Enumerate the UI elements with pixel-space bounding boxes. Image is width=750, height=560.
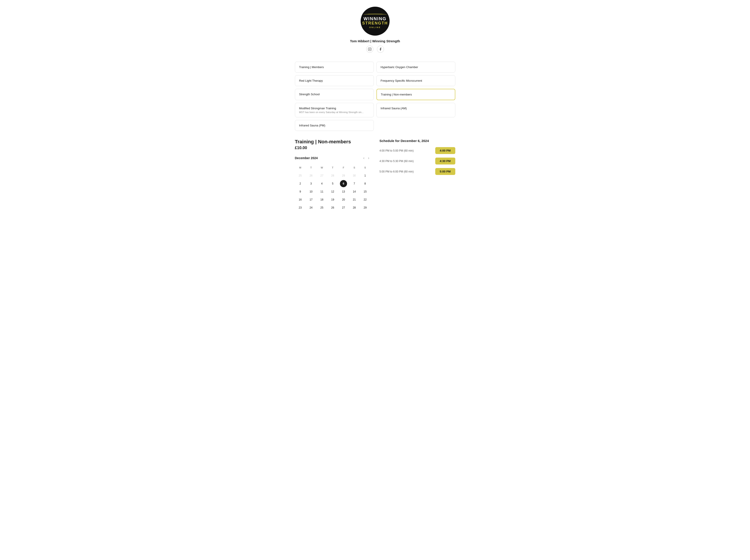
service-card-title: Modified Strongman Training: [299, 107, 370, 110]
calendar-day-cell[interactable]: 14: [351, 188, 358, 195]
schedule-title: Schedule for December 6, 2024: [379, 139, 455, 143]
calendar-day-cell[interactable]: 21: [351, 196, 358, 203]
cal-day-header: F: [340, 164, 347, 171]
calendar-week-row: 16171819202122: [295, 196, 371, 203]
service-card-title: Red Light Therapy: [299, 79, 370, 82]
cal-day-header: T: [329, 164, 336, 171]
calendar-day-cell[interactable]: 6: [340, 180, 347, 187]
calendar-day-cell[interactable]: 24: [308, 204, 315, 211]
calendar-day-cell[interactable]: 15: [361, 188, 369, 195]
calendar-day-cell[interactable]: 16: [297, 196, 304, 203]
calendar-week-row: 2345678: [295, 180, 371, 187]
service-card-subtitle: MST has been on every Saturday at Winnin…: [299, 111, 370, 113]
service-card-modified-strongman[interactable]: Modified Strongman TrainingMST has been …: [295, 103, 374, 117]
service-card-title: Training | Non-members: [381, 93, 451, 96]
time-range-label: 5:00 PM to 6:00 PM (60 min): [379, 170, 414, 173]
calendar-day-cell[interactable]: 27: [318, 172, 325, 179]
booking-left: Training | Non-members £10.00 December 2…: [295, 139, 371, 212]
calendar-day-cell[interactable]: 20: [340, 196, 347, 203]
calendar-day-cell[interactable]: 29: [340, 172, 347, 179]
service-card-infrared-sauna-am[interactable]: Infrared Sauna (AM): [376, 103, 455, 117]
service-card-hyperbaric[interactable]: Hyperbaric Oxygen Chamber: [376, 62, 455, 72]
service-card-strength-school[interactable]: Strength School: [295, 89, 374, 100]
cal-day-header: S: [361, 164, 369, 171]
instagram-icon[interactable]: [366, 46, 373, 53]
booking-section: Training | Non-members £10.00 December 2…: [295, 139, 455, 212]
time-slot: 5:00 PM to 6:00 PM (60 min)5:00 PM: [379, 168, 455, 175]
calendar-prev-btn[interactable]: ‹: [362, 155, 366, 161]
calendar-week-row: 9101112131415: [295, 188, 371, 195]
cal-day-header: S: [351, 164, 358, 171]
service-card-title: Strength School: [299, 92, 370, 96]
calendar-day-cell[interactable]: 28: [351, 204, 358, 211]
calendar-day-cell[interactable]: 30: [351, 172, 358, 179]
service-card-title: Frequency Specific Microcurrent: [381, 79, 451, 82]
cal-day-header: W: [318, 164, 325, 171]
calendar-nav: ‹ ›: [362, 155, 371, 161]
facebook-icon[interactable]: [377, 46, 384, 53]
calendar-day-cell[interactable]: 19: [329, 196, 336, 203]
calendar-day-cell[interactable]: 13: [340, 188, 347, 195]
calendar-day-cell[interactable]: 11: [318, 188, 325, 195]
service-grid: Training | MembersHyperbaric Oxygen Cham…: [295, 62, 455, 131]
booking-price: £10.00: [295, 146, 371, 150]
service-card-red-light-therapy[interactable]: Red Light Therapy: [295, 75, 374, 86]
calendar-day-cell[interactable]: 26: [329, 204, 336, 211]
calendar-week-row: 2526272829301: [295, 172, 371, 179]
booking-right: Schedule for December 6, 2024 4:00 PM to…: [379, 139, 455, 179]
cal-day-header: M: [297, 164, 304, 171]
calendar-header-row: MTWTFSS: [295, 164, 371, 171]
calendar-day-cell[interactable]: 2: [297, 180, 304, 187]
calendar-day-cell[interactable]: 1: [361, 172, 369, 179]
time-slot-button-1[interactable]: 4:30 PM: [435, 158, 455, 165]
logo-arc: [363, 14, 387, 16]
calendar-day-cell[interactable]: 25: [318, 204, 325, 211]
page-container: WINNING STRENGTH ONLINE Tom Hibbert | Wi…: [291, 0, 460, 219]
calendar-grid: MTWTFSS252627282930123456789101112131415…: [295, 164, 371, 211]
service-card-title: Training | Members: [299, 65, 370, 69]
calendar-day-cell[interactable]: 18: [318, 196, 325, 203]
calendar-month: December 2024: [295, 156, 318, 160]
time-range-label: 4:00 PM to 5:00 PM (60 min): [379, 149, 414, 152]
calendar-day-cell[interactable]: 5: [329, 180, 336, 187]
service-card-training-nonmembers[interactable]: Training | Non-members: [376, 89, 455, 100]
time-slot-button-0[interactable]: 4:00 PM: [435, 147, 455, 154]
cal-day-header: T: [308, 164, 315, 171]
service-card-title: Infrared Sauna (AM): [381, 107, 451, 110]
calendar-day-cell[interactable]: 29: [361, 204, 369, 211]
logo-circle: WINNING STRENGTH ONLINE: [361, 7, 390, 36]
calendar-day-cell[interactable]: 3: [308, 180, 315, 187]
calendar-day-cell[interactable]: 4: [318, 180, 325, 187]
calendar-day-cell[interactable]: 10: [308, 188, 315, 195]
header: WINNING STRENGTH ONLINE Tom Hibbert | Wi…: [295, 7, 455, 53]
profile-name: Tom Hibbert | Winning Strength: [350, 39, 400, 43]
logo-text-winning: WINNING: [363, 17, 387, 21]
calendar-day-cell[interactable]: 7: [351, 180, 358, 187]
logo-text-online: ONLINE: [369, 26, 381, 28]
calendar-next-btn[interactable]: ›: [367, 155, 371, 161]
social-icons: [366, 46, 384, 53]
calendar-day-cell[interactable]: 22: [361, 196, 369, 203]
calendar-day-cell[interactable]: 26: [308, 172, 315, 179]
calendar-day-cell[interactable]: 28: [329, 172, 336, 179]
calendar-day-cell[interactable]: 9: [297, 188, 304, 195]
time-slots-container: 4:00 PM to 5:00 PM (60 min)4:00 PM4:30 P…: [379, 147, 455, 175]
logo-text-strength: STRENGTH: [362, 21, 388, 26]
calendar-day-cell[interactable]: 25: [297, 172, 304, 179]
time-range-label: 4:30 PM to 5:30 PM (60 min): [379, 160, 414, 163]
time-slot-button-2[interactable]: 5:00 PM: [435, 168, 455, 175]
time-slot: 4:00 PM to 5:00 PM (60 min)4:00 PM: [379, 147, 455, 154]
service-card-training-members[interactable]: Training | Members: [295, 62, 374, 72]
calendar-day-cell[interactable]: 23: [297, 204, 304, 211]
svg-rect-0: [368, 48, 371, 50]
service-card-infrared-sauna-pm[interactable]: Infrared Sauna (PM): [295, 120, 374, 131]
calendar-day-cell[interactable]: 27: [340, 204, 347, 211]
service-card-title: Hyperbaric Oxygen Chamber: [381, 65, 451, 69]
service-card-title: Infrared Sauna (PM): [299, 124, 370, 127]
calendar-week-row: 23242526272829: [295, 204, 371, 211]
calendar-day-cell[interactable]: 12: [329, 188, 336, 195]
calendar-day-cell[interactable]: 8: [361, 180, 369, 187]
service-card-frequency-microcurrent[interactable]: Frequency Specific Microcurrent: [376, 75, 455, 86]
calendar-header: December 2024 ‹ ›: [295, 155, 371, 161]
calendar-day-cell[interactable]: 17: [308, 196, 315, 203]
